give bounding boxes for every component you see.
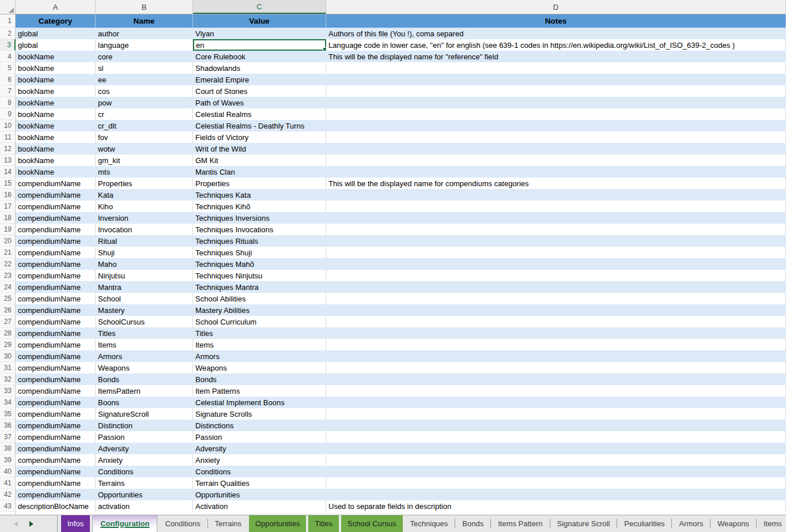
cell[interactable] <box>326 108 786 120</box>
cell[interactable]: global <box>16 28 96 39</box>
sheet-tab-terrains[interactable]: Terrains <box>209 515 248 532</box>
row-number[interactable]: 36 <box>0 420 16 431</box>
cell[interactable] <box>326 385 786 397</box>
cell[interactable]: bookName <box>16 131 96 143</box>
cell[interactable]: Items <box>193 339 326 350</box>
cell[interactable]: Mastery Abilities <box>193 304 326 316</box>
row-number[interactable]: 42 <box>0 489 16 500</box>
cell[interactable]: Techniques Mantra <box>193 281 326 293</box>
cell[interactable]: compendiumName <box>16 212 96 224</box>
cell[interactable]: compendiumName <box>16 235 96 247</box>
cell[interactable]: Court of Stones <box>193 85 326 97</box>
row-number[interactable]: 39 <box>0 454 16 466</box>
cell[interactable]: Items <box>96 339 193 350</box>
cell[interactable]: compendiumName <box>16 373 96 385</box>
cell[interactable] <box>326 477 786 489</box>
cell[interactable]: compendiumName <box>16 489 96 500</box>
cell[interactable]: bookName <box>16 51 96 62</box>
cell[interactable]: wotw <box>96 143 193 154</box>
cell[interactable]: Terrain Qualities <box>193 477 326 489</box>
cell[interactable]: bookName <box>16 74 96 85</box>
cell[interactable]: bookName <box>16 97 96 108</box>
row-number[interactable]: 33 <box>0 385 16 397</box>
row-number[interactable]: 12 <box>0 143 16 154</box>
cell[interactable] <box>326 339 786 350</box>
cell[interactable] <box>326 224 786 235</box>
row-number[interactable]: 2 <box>0 28 16 39</box>
cell[interactable]: compendiumName <box>16 270 96 281</box>
cell[interactable]: Techniques Invocations <box>193 224 326 235</box>
cell[interactable] <box>326 131 786 143</box>
cell[interactable]: compendiumName <box>16 385 96 397</box>
sheet-tab-configuration[interactable]: Configuration <box>92 515 157 532</box>
cell[interactable]: Titles <box>96 327 193 339</box>
row-number[interactable]: 34 <box>0 397 16 408</box>
cell[interactable]: compendiumName <box>16 339 96 350</box>
table-column-title[interactable]: Category <box>16 14 96 28</box>
cell[interactable]: Bonds <box>193 373 326 385</box>
cell[interactable]: core <box>96 51 193 62</box>
row-number[interactable]: 25 <box>0 293 16 304</box>
cell[interactable]: compendiumName <box>16 304 96 316</box>
row-number[interactable]: 15 <box>0 178 16 189</box>
cell[interactable]: Passion <box>193 431 326 443</box>
cell[interactable]: compendiumName <box>16 397 96 408</box>
sheet-tab-peculiarities[interactable]: Peculiarities <box>618 515 671 532</box>
cell[interactable]: Techniques Kata <box>193 189 326 201</box>
cell[interactable] <box>326 408 786 420</box>
cell[interactable] <box>326 293 786 304</box>
cell[interactable]: mts <box>96 166 193 178</box>
cell[interactable] <box>326 362 786 373</box>
cell[interactable] <box>326 97 786 108</box>
row-number[interactable]: 41 <box>0 477 16 489</box>
row-number[interactable]: 20 <box>0 235 16 247</box>
cell[interactable]: pow <box>96 97 193 108</box>
cell[interactable]: Properties <box>96 178 193 189</box>
cell[interactable]: Maho <box>96 258 193 270</box>
cell[interactable]: Titles <box>193 327 326 339</box>
cell[interactable]: GM Kit <box>193 154 326 166</box>
cell[interactable]: cr_dlt <box>96 120 193 131</box>
row-number[interactable]: 37 <box>0 431 16 443</box>
cell[interactable] <box>326 454 786 466</box>
row-number[interactable]: 21 <box>0 247 16 258</box>
cell[interactable]: Invocation <box>96 224 193 235</box>
cell[interactable]: compendiumName <box>16 189 96 201</box>
table-column-title[interactable]: Notes <box>326 14 786 28</box>
cell[interactable]: Passion <box>96 431 193 443</box>
cell[interactable]: author <box>96 28 193 39</box>
cell[interactable]: compendiumName <box>16 420 96 431</box>
cell[interactable]: compendiumName <box>16 281 96 293</box>
table-column-title[interactable]: Value <box>193 14 326 28</box>
cell[interactable]: Ritual <box>96 235 193 247</box>
sheet-tab-armors[interactable]: Armors <box>672 515 709 532</box>
cell[interactable] <box>326 143 786 154</box>
row-number[interactable]: 35 <box>0 408 16 420</box>
cell[interactable]: bookName <box>16 143 96 154</box>
cell[interactable]: bookName <box>16 85 96 97</box>
cell[interactable]: Celestial Realms - Deathly Turns <box>193 120 326 131</box>
cell[interactable]: bookName <box>16 62 96 74</box>
cell[interactable]: Adversity <box>96 443 193 454</box>
cell[interactable]: compendiumName <box>16 350 96 362</box>
cell[interactable]: Adversity <box>193 443 326 454</box>
cell[interactable]: Emerald Empire <box>193 74 326 85</box>
sheet-tab-signature-scroll[interactable]: Signature Scroll <box>551 515 617 532</box>
cell[interactable]: Properties <box>193 178 326 189</box>
cell[interactable]: Conditions <box>193 466 326 477</box>
column-header-c[interactable]: C <box>193 0 326 14</box>
row-number[interactable]: 40 <box>0 466 16 477</box>
cell[interactable] <box>326 270 786 281</box>
cell[interactable]: Boons <box>96 397 193 408</box>
row-number[interactable]: 18 <box>0 212 16 224</box>
cell[interactable]: compendiumName <box>16 247 96 258</box>
row-number[interactable]: 26 <box>0 304 16 316</box>
cell[interactable]: Anxiety <box>96 454 193 466</box>
cell[interactable]: Weapons <box>96 362 193 373</box>
cell[interactable]: Item Patterns <box>193 385 326 397</box>
cell[interactable] <box>326 397 786 408</box>
cell[interactable] <box>326 443 786 454</box>
cell[interactable]: compendiumName <box>16 201 96 212</box>
cell[interactable]: Opportunities <box>96 489 193 500</box>
cell[interactable]: Armors <box>96 350 193 362</box>
